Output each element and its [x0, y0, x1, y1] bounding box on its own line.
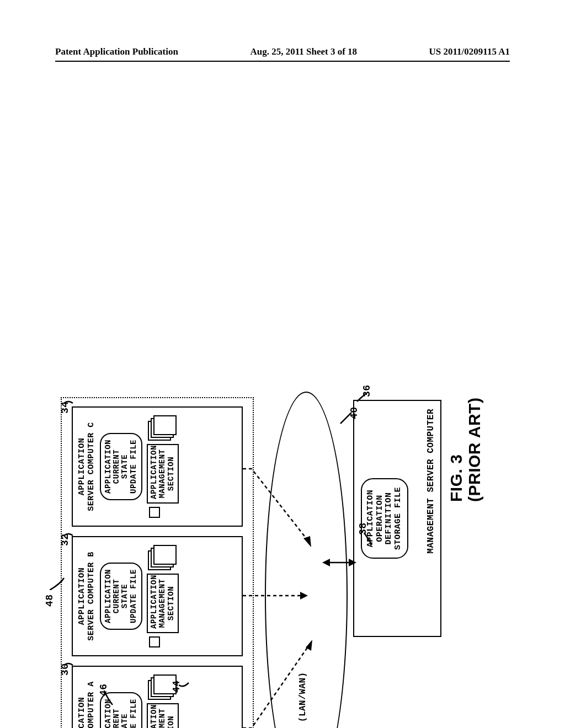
page: Patent Application Publication Aug. 25, …	[0, 0, 565, 728]
server-b-update-file: APPLICATIONCURRENTSTATEUPDATE FILE	[100, 563, 143, 630]
server-b: APPLICATIONSERVER COMPUTER B APPLICATION…	[72, 536, 243, 656]
server-c-title: APPLICATIONSERVER COMPUTER C	[77, 422, 97, 511]
fig-subtitle: (PRIOR ART)	[465, 398, 483, 502]
figure-caption: FIG. 3 (PRIOR ART)	[447, 398, 483, 502]
server-c-stack	[148, 415, 175, 441]
server-b-mgmt-row: APPLICATIONMANAGEMENTSECTION	[147, 545, 179, 647]
management-server-label: MANAGEMENT SERVER COMPUTER	[426, 409, 436, 554]
server-b-small-box	[149, 636, 160, 647]
server-b-mgmt-section: APPLICATIONMANAGEMENTSECTION	[147, 574, 179, 633]
network-label: NETWORK (LAN/WAN)	[298, 672, 308, 728]
server-a-mgmt-section: APPLICATIONMANAGEMENTSECTION	[147, 703, 179, 728]
leader-30	[63, 656, 75, 666]
leader-34	[63, 394, 75, 404]
header-right: US 2011/0209115 A1	[429, 46, 510, 57]
leader-46	[104, 689, 116, 706]
sheet-icon	[153, 545, 177, 565]
sheet-icon	[153, 415, 177, 435]
ref-48: 48	[44, 594, 55, 607]
server-b-stack	[148, 545, 175, 570]
storage-file: APPLICATIONOPERATIONDEFINITIONSTORAGE FI…	[361, 478, 408, 559]
leader-44	[178, 677, 191, 689]
server-b-title: APPLICATIONSERVER COMPUTER B	[77, 552, 97, 641]
figure-area: 48 APPLICATIONSERVER COMPUTER A APPLICAT…	[72, 110, 491, 640]
page-header: Patent Application Publication Aug. 25, …	[55, 46, 510, 57]
figure-diagram: 48 APPLICATIONSERVER COMPUTER A APPLICAT…	[55, 270, 486, 728]
management-server: APPLICATIONOPERATIONDEFINITIONSTORAGE FI…	[353, 400, 441, 637]
server-a: APPLICATIONSERVER COMPUTER A APPLICATION…	[72, 666, 243, 728]
server-c: APPLICATIONSERVER COMPUTER C APPLICATION…	[72, 406, 243, 527]
header-left: Patent Application Publication	[55, 46, 178, 57]
leader-38	[363, 531, 375, 546]
leader-48	[50, 574, 66, 590]
leader-40	[339, 410, 353, 425]
leader-32	[63, 527, 75, 537]
server-c-mgmt-row: APPLICATIONMANAGEMENTSECTION	[147, 415, 179, 518]
fig-number: FIG. 3	[447, 398, 465, 502]
header-rule	[55, 61, 510, 62]
header-center: Aug. 25, 2011 Sheet 3 of 18	[250, 46, 357, 57]
server-c-update-file: APPLICATIONCURRENTSTATEUPDATE FILE	[100, 433, 143, 500]
server-a-title: APPLICATIONSERVER COMPUTER A	[77, 681, 97, 728]
leader-36	[356, 390, 368, 403]
server-c-mgmt-section: APPLICATIONMANAGEMENTSECTION	[147, 444, 179, 504]
server-c-small-box	[149, 507, 160, 518]
